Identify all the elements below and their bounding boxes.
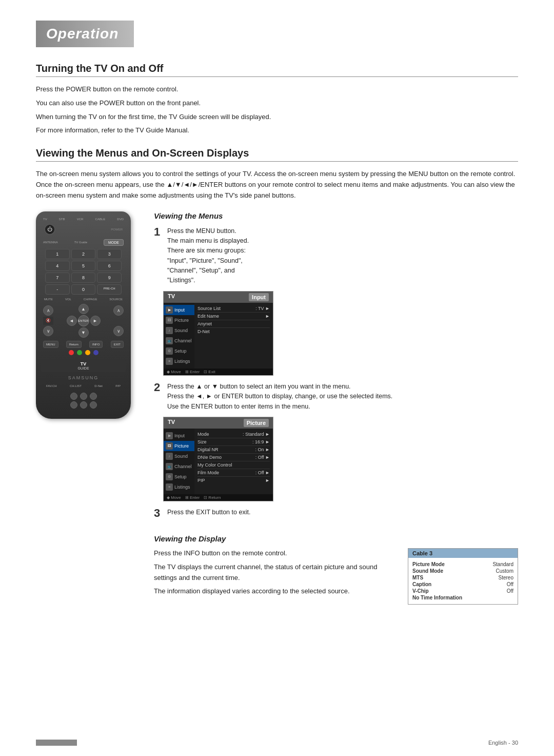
vol-down-btn[interactable]: ∨: [43, 326, 53, 336]
editname-label: Edit Name: [197, 314, 219, 319]
setup-icon: ⚙: [166, 347, 173, 355]
tvguide-btn[interactable]: TV Guide: [74, 241, 87, 244]
info-btn[interactable]: INFO: [89, 341, 103, 348]
section2-body: The on-screen menu system allows you to …: [36, 169, 518, 201]
dnet-label2: D-Net: [197, 329, 210, 334]
dpad-down[interactable]: ▼: [78, 327, 89, 338]
menu-row-editname: Edit Name ►: [197, 313, 270, 320]
mute-btn[interactable]: 🔇: [43, 317, 53, 325]
display-box-header: Cable 3: [408, 549, 518, 558]
bottom-btn-1[interactable]: [70, 393, 77, 400]
color-green-btn[interactable]: [77, 350, 82, 355]
step-3: 3 Press the EXIT button to exit.: [154, 508, 518, 519]
power-button[interactable]: ⏻: [44, 224, 55, 235]
power-label: POWER: [111, 228, 123, 231]
picture-mode-value: Standard: [492, 561, 513, 567]
footer-text: English - 30: [488, 740, 518, 746]
picture-mode-label: Picture Mode: [412, 561, 453, 567]
chpage-label: CH/PAGE: [84, 298, 97, 301]
size-label: Size: [197, 439, 207, 444]
dnr-label: Digital NR: [197, 447, 219, 452]
color-red-btn[interactable]: [69, 350, 74, 355]
num-btn-dash[interactable]: -: [45, 284, 70, 295]
menu-item-picture-2: 🖼 Picture: [164, 441, 194, 451]
display-row-picture-mode: Picture Mode Standard: [412, 561, 513, 568]
color-yellow-btn[interactable]: [85, 350, 90, 355]
bottom-btn-5[interactable]: [80, 401, 87, 409]
num-btn-6[interactable]: 6: [97, 261, 122, 271]
bottom-btn-row: FAV.CH CH.LIST D-Net P/P: [41, 382, 126, 390]
bottom-btn-6[interactable]: [90, 401, 97, 409]
color-blue-btn[interactable]: [93, 350, 98, 355]
filmmode-value: : Off ►: [255, 470, 270, 475]
num-btn-1[interactable]: 1: [45, 249, 70, 259]
bottom-btn-4[interactable]: [70, 401, 77, 409]
footer-move-2: ◆ Move: [167, 495, 181, 500]
section1-title: Turning the TV On and Off: [36, 63, 518, 77]
sound-icon-2: ♪: [166, 453, 173, 460]
section1-para1: Press the POWER button on the remote con…: [36, 84, 518, 95]
menu-item-listings: ≡ Listings: [164, 356, 194, 366]
ch-up-btn[interactable]: ∧: [113, 305, 124, 316]
dnet-label: D-Net: [94, 384, 103, 387]
mode-value: : Standard ►: [243, 432, 270, 437]
num-btn-2[interactable]: 2: [71, 249, 96, 259]
mode-button[interactable]: MODE: [104, 239, 124, 246]
menu-tv-label: TV: [168, 293, 175, 301]
dpad-middle: ◄ ENTER ►: [67, 315, 101, 326]
menu-item-setup: ⚙ Setup: [164, 346, 194, 356]
dpad: ▲ ◄ ENTER ► ▼: [67, 304, 101, 338]
num-btn-prech[interactable]: PRE-CH: [97, 284, 122, 295]
num-btn-0[interactable]: 0: [71, 284, 96, 295]
source-label: SOURCE: [109, 298, 123, 301]
samsung-logo: SAMSUNG: [41, 375, 126, 380]
num-btn-9[interactable]: 9: [97, 273, 122, 283]
menu-row-sourcelist: Source List : TV ►: [197, 305, 270, 313]
menu-item-sound: ♪ Sound: [164, 325, 194, 336]
dpad-left[interactable]: ◄: [67, 316, 77, 326]
exit-btn[interactable]: EXIT: [111, 341, 124, 348]
num-btn-4[interactable]: 4: [45, 261, 70, 271]
bottom-btn-3[interactable]: [90, 393, 97, 400]
num-btn-8[interactable]: 8: [71, 273, 96, 283]
favch-label: FAV.CH: [46, 384, 57, 387]
picture-icon: 🖼: [166, 317, 173, 324]
ch-spacer: [113, 317, 124, 325]
return-btn[interactable]: Return: [66, 341, 82, 348]
vol-up-btn[interactable]: ∧: [43, 305, 53, 316]
enter-btn[interactable]: ENTER: [78, 315, 89, 326]
display-text-2: The TV displays the current channel, the…: [154, 562, 398, 584]
editname-arrow: ►: [265, 314, 270, 319]
footer-enter-2: ⊞ Enter: [185, 495, 200, 500]
menu-listings-label: Listings: [174, 359, 190, 364]
dpad-up[interactable]: ▲: [78, 304, 89, 314]
vol-ch-row: MUTE VOL CH/PAGE SOURCE: [41, 298, 126, 301]
bottom-btns-2: [41, 401, 126, 409]
num-btn-7[interactable]: 7: [45, 273, 70, 283]
menu-right-panel-picture: Mode : Standard ► Size : 16:9 ► Digital …: [194, 429, 273, 494]
steps-area: 1 Press the MENU button. The main menu i…: [154, 226, 518, 524]
notime-label: No Time Information: [412, 595, 462, 600]
step-1: 1 Press the MENU button. The main menu i…: [154, 226, 518, 286]
menu-channel-label: Channel: [174, 338, 192, 343]
dpad-right[interactable]: ►: [90, 316, 101, 326]
bottom-btn-2[interactable]: [80, 393, 87, 400]
dnie-value: : Off ►: [255, 455, 270, 460]
menu-btn[interactable]: MENU: [43, 341, 58, 348]
menu-channel-label-2: Channel: [174, 464, 192, 469]
menu-item-input: ▶ Input: [164, 305, 194, 315]
tv-guide-tv: TV: [43, 361, 124, 366]
num-btn-3[interactable]: 3: [97, 249, 122, 259]
num-btn-5[interactable]: 5: [71, 261, 96, 271]
menu-footer-picture: ◆ Move ⊞ Enter ⊡ Return: [164, 494, 273, 501]
menu-row-mode: Mode : Standard ►: [197, 431, 270, 438]
menu-left-panel-2: ▶ Input 🖼 Picture ♪ Sou: [164, 429, 194, 494]
menu-sidebar: ▶ Input 🖼 Picture ♪ Sou: [164, 303, 273, 369]
menu-row-pip: PIP ►: [197, 477, 270, 484]
ch-down-btn[interactable]: ∨: [113, 326, 124, 336]
menu-row-dnet: D-Net: [197, 328, 270, 335]
menu-row-dnie: DNIe Demo : Off ►: [197, 454, 270, 461]
display-row-caption: Caption Off: [412, 581, 513, 588]
mts-value: Stereo: [499, 575, 513, 580]
menu-item-setup-2: ⚙ Setup: [164, 472, 194, 482]
